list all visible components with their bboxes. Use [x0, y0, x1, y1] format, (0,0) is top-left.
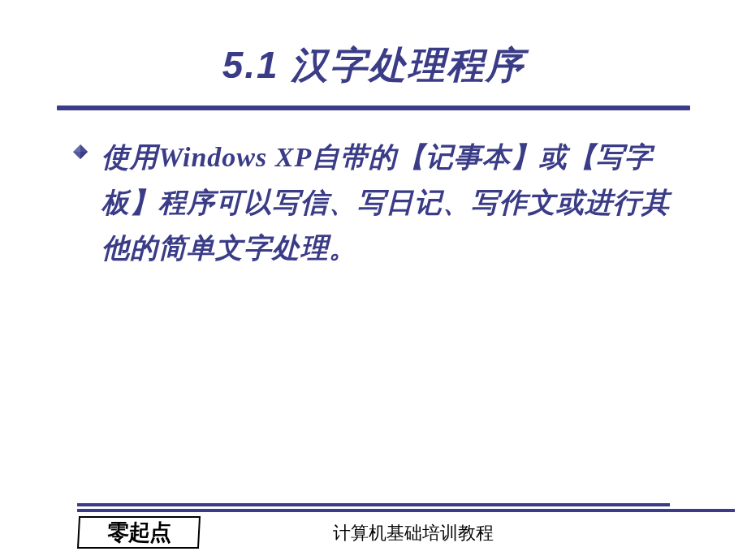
footer-divider-bottom — [77, 509, 735, 512]
content-area: 使用Windows XP自带的【记事本】或【写字板】程序可以写信、写日记、写作文… — [0, 110, 747, 271]
footer-text: 计算机基础培训教程 — [333, 521, 494, 545]
slide-title: 5.1 汉字处理程序 — [0, 41, 747, 91]
title-container: 5.1 汉字处理程序 — [0, 0, 747, 106]
bullet-item: 使用Windows XP自带的【记事本】或【写字板】程序可以写信、写日记、写作文… — [73, 135, 693, 271]
footer: 零起点 计算机基础培训教程 — [0, 503, 747, 552]
svg-marker-3 — [73, 152, 80, 159]
svg-marker-1 — [80, 144, 88, 152]
logo: 零起点 — [77, 516, 201, 549]
logo-text: 零起点 — [106, 518, 171, 547]
diamond-bullet-icon — [73, 144, 88, 159]
footer-divider-top — [77, 503, 670, 506]
svg-marker-2 — [80, 152, 88, 159]
body-text: 使用Windows XP自带的【记事本】或【写字板】程序可以写信、写日记、写作文… — [101, 135, 693, 271]
